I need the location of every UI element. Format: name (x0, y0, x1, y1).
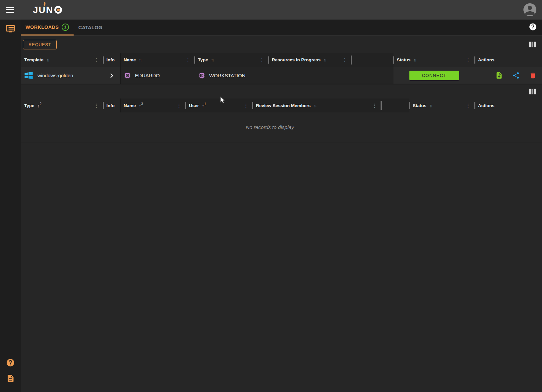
column-header-spacer (351, 53, 393, 67)
help-circle-icon[interactable] (529, 23, 537, 33)
document-icon[interactable] (6, 373, 16, 383)
column-header-review-session-members[interactable]: Review Session Members ↑↓ ⋮ (253, 98, 381, 112)
sort-icon[interactable]: ↑↓ (429, 103, 432, 108)
tab-catalog[interactable]: CATALOG (74, 20, 107, 35)
hamburger-menu-icon[interactable] (6, 7, 14, 13)
column-resize-handle[interactable] (103, 56, 104, 64)
column-header-type[interactable]: Type ↑↓ ⋮ (195, 53, 269, 67)
note-add-icon[interactable] (495, 72, 503, 79)
left-sidebar (0, 20, 21, 392)
sort-ascending-icon[interactable]: ↑3 (139, 102, 143, 108)
column-menu-icon[interactable]: ⋮ (176, 102, 182, 109)
workloads-count-badge: 1 (62, 24, 69, 31)
column-resize-handle[interactable] (393, 56, 394, 64)
column-resize-handle[interactable] (194, 56, 195, 64)
juno-logo: JUN (33, 5, 62, 15)
sort-ascending-icon[interactable]: ↑2 (37, 102, 42, 108)
help-icon[interactable] (6, 358, 16, 367)
workload-row: windows-golden EDUARDO (21, 67, 542, 84)
tab-catalog-label: CATALOG (78, 25, 102, 30)
connect-button[interactable]: CONNECT (409, 71, 459, 80)
column-menu-icon[interactable]: ⋮ (259, 57, 265, 63)
column-resize-handle[interactable] (252, 102, 253, 109)
request-button[interactable]: REQUEST (23, 40, 57, 49)
column-resize-handle[interactable] (409, 102, 410, 109)
windows-logo-icon (24, 70, 34, 81)
sort-icon[interactable]: ↑↓ (46, 57, 49, 62)
column-resize-handle[interactable] (381, 101, 382, 110)
sort-icon[interactable]: ↑↓ (314, 103, 316, 108)
column-menu-icon[interactable]: ⋮ (185, 57, 191, 63)
type-cell: WORKSTATION (195, 67, 269, 84)
column-resize-handle[interactable] (474, 56, 475, 64)
info-cell (103, 67, 120, 84)
column-resize-handle[interactable] (474, 102, 475, 109)
resources-cell (269, 67, 351, 84)
person-icon (523, 3, 536, 16)
tab-workloads[interactable]: WORKLOADS 1 (21, 20, 74, 35)
column-settings-icon[interactable] (529, 89, 536, 94)
bottom-divider (21, 391, 542, 391)
column-header-spacer (381, 98, 409, 112)
column-resize-handle[interactable] (185, 102, 186, 109)
column-header-resources-in-progress[interactable]: Resources in Progress ↑↓ ⋮ (269, 53, 351, 67)
column-header-actions: Actions (475, 53, 542, 67)
memory-chip-icon (198, 72, 206, 79)
app-root: JUN (0, 0, 542, 392)
delete-icon[interactable] (529, 72, 537, 79)
status-cell: CONNECT (393, 67, 475, 84)
sort-icon[interactable]: ↑↓ (139, 57, 141, 62)
column-menu-icon[interactable]: ⋮ (93, 57, 100, 63)
column-menu-icon[interactable]: ⋮ (93, 102, 100, 109)
sort-order-number: 1 (204, 102, 206, 106)
column-menu-icon[interactable]: ⋮ (341, 57, 348, 63)
workload-type: WORKSTATION (209, 73, 245, 78)
column-resize-handle[interactable] (268, 56, 269, 64)
sort-order-number: 2 (40, 102, 42, 106)
column-menu-icon[interactable]: ⋮ (465, 102, 471, 109)
column-header-status[interactable]: Status ↑↓ ⋮ (393, 53, 475, 67)
memory-chip-icon (124, 72, 131, 79)
chevron-right-icon[interactable] (108, 72, 115, 79)
column-header-name[interactable]: Name ↑↓ ⋮ (120, 53, 195, 67)
column-header-info: Info (103, 53, 120, 67)
column-header-info: Info (103, 98, 120, 112)
workloads-table-header: Template ↑↓ ⋮ Info Name ↑↓ ⋮ Type ↑↓ ⋮ (21, 53, 542, 67)
column-resize-handle[interactable] (103, 102, 104, 109)
actions-cell (475, 67, 542, 84)
sort-icon[interactable]: ↑↓ (211, 57, 213, 62)
name-cell: EDUARDO (120, 67, 195, 84)
sort-icon[interactable]: ↑↓ (324, 57, 326, 62)
column-menu-icon[interactable]: ⋮ (371, 102, 378, 109)
main-content: WORKLOADS 1 CATALOG REQUEST (21, 20, 542, 392)
tab-workloads-label: WORKLOADS (26, 25, 59, 30)
column-header-name[interactable]: Name ↑3 ⋮ (120, 98, 186, 112)
review-toolbar (21, 84, 542, 98)
review-table-empty-state: No records to display (21, 112, 542, 142)
column-header-status[interactable]: Status ↑↓ ⋮ (409, 98, 475, 112)
share-icon[interactable] (512, 72, 520, 79)
sort-ascending-icon[interactable]: ↑1 (202, 102, 206, 108)
column-resize-handle[interactable] (351, 55, 352, 64)
review-table-header: Type ↑2 ⋮ Info Name ↑3 ⋮ User ↑1 ⋮ (21, 98, 542, 112)
column-menu-icon[interactable]: ⋮ (465, 57, 471, 63)
column-header-type[interactable]: Type ↑2 ⋮ (21, 98, 103, 112)
workload-name: EDUARDO (135, 73, 160, 78)
workloads-nav-dvr-icon[interactable] (6, 24, 16, 33)
sort-icon[interactable]: ↑↓ (413, 57, 416, 62)
logo-o-ring (54, 6, 62, 14)
tab-bar: WORKLOADS 1 CATALOG (21, 20, 542, 36)
column-header-template[interactable]: Template ↑↓ ⋮ (21, 53, 103, 67)
empty-message: No records to display (246, 124, 294, 130)
top-bar: JUN (0, 0, 542, 20)
user-avatar[interactable] (523, 3, 536, 16)
spacer-cell (351, 67, 393, 84)
template-cell: windows-golden (21, 67, 103, 84)
logo-letters: JUN (33, 5, 53, 15)
column-header-actions: Actions (475, 98, 542, 112)
sort-order-number: 3 (141, 102, 143, 106)
column-settings-icon[interactable] (529, 42, 536, 47)
template-name: windows-golden (37, 73, 73, 78)
column-menu-icon[interactable]: ⋮ (243, 102, 249, 109)
column-header-user[interactable]: User ↑1 ⋮ (186, 98, 253, 112)
